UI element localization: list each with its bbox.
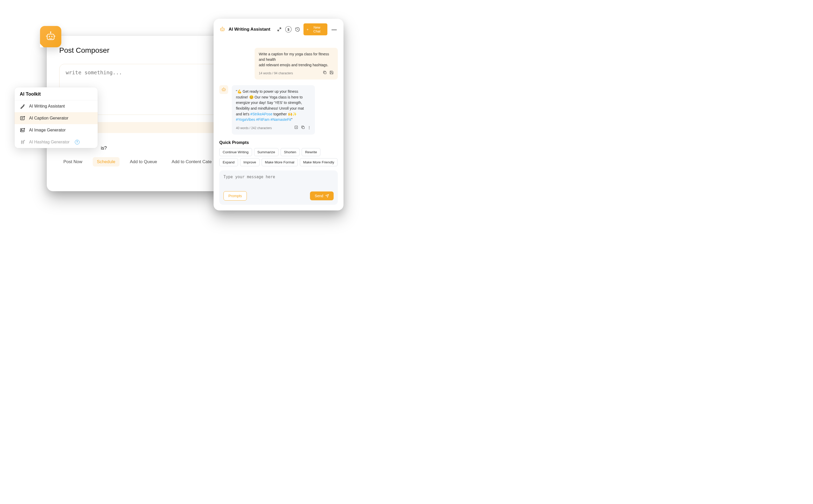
svg-point-18 — [24, 140, 25, 141]
message-input-area: Prompts Send — [219, 170, 338, 205]
hashtag[interactable]: #FitFam — [256, 117, 269, 122]
toolkit-item-label: AI Caption Generator — [29, 116, 68, 121]
image-icon — [20, 127, 25, 133]
robot-icon — [219, 26, 226, 32]
copy-icon[interactable] — [301, 125, 305, 131]
hashtag-icon — [20, 139, 25, 145]
quick-prompt-chip[interactable]: Continue Writing — [219, 148, 252, 156]
svg-rect-21 — [302, 127, 304, 129]
expand-icon[interactable] — [276, 26, 282, 32]
assistant-title: AI Writing Assistant — [229, 27, 270, 32]
history-icon[interactable] — [295, 26, 300, 32]
composer-actions: Post Now Schedule Add to Queue Add to Co… — [59, 157, 221, 167]
ai-robot-badge[interactable] — [40, 26, 61, 47]
robot-icon — [221, 87, 226, 92]
minimize-icon[interactable]: — — [331, 26, 338, 32]
robot-icon — [45, 31, 57, 43]
ai-message-meta: 40 words / 242 characters — [236, 126, 272, 131]
svg-rect-19 — [324, 72, 326, 74]
user-message-line: Write a caption for my yoga class for fi… — [259, 51, 334, 62]
magic-wand-icon — [20, 103, 25, 109]
help-icon[interactable]: ? — [75, 140, 80, 144]
ai-message-row: "💪 Get ready to power up your fitness ro… — [219, 85, 338, 135]
toolkit-item-caption-generator[interactable]: AI Caption Generator — [15, 112, 98, 124]
toolkit-item-label: AI Image Generator — [29, 128, 66, 132]
ai-message-bubble: "💪 Get ready to power up your fitness ro… — [232, 85, 315, 135]
prompts-button[interactable]: Prompts — [223, 191, 247, 201]
plus-icon: + — [307, 28, 309, 31]
save-icon[interactable] — [329, 70, 334, 76]
assistant-header: AI Writing Assistant $ + New Chat — — [219, 23, 338, 35]
copy-icon[interactable] — [323, 70, 327, 76]
toolkit-item-label: AI Hashtag Generator — [29, 140, 70, 144]
toolkit-item-hashtag-generator[interactable]: AI Hashtag Generator ? — [15, 136, 98, 148]
hashtag[interactable]: #NamasteFit — [270, 117, 291, 122]
caption-icon — [20, 115, 25, 121]
user-message-meta: 14 words / 94 characters — [259, 71, 293, 76]
send-label: Send — [315, 194, 323, 198]
quick-prompt-chip[interactable]: Rewrite — [302, 148, 320, 156]
credits-icon[interactable]: $ — [285, 26, 292, 32]
send-icon — [325, 194, 329, 198]
hashtag[interactable]: #YogaVibes — [236, 117, 255, 122]
user-message-line: add relevant emojis and trending hashtag… — [259, 62, 334, 68]
quick-prompt-chip[interactable]: Make More Friendly — [300, 158, 338, 166]
ai-toolkit-popover: AI Toolkit AI Writing Assistant AI Capti… — [15, 87, 98, 148]
svg-point-13 — [24, 128, 25, 129]
post-now-button[interactable]: Post Now — [59, 157, 87, 167]
quick-prompt-chip[interactable]: Summarize — [254, 148, 279, 156]
quick-prompts-chips: Continue Writing Summarize Shorten Rewri… — [219, 148, 338, 166]
toolkit-item-writing-assistant[interactable]: AI Writing Assistant — [15, 100, 98, 112]
ai-message-text: " — [291, 117, 292, 122]
composer-title: Post Composer — [59, 46, 221, 55]
message-input[interactable] — [223, 175, 334, 188]
more-icon[interactable]: ⋮ — [308, 125, 311, 131]
quick-prompt-chip[interactable]: Make More Formal — [262, 158, 298, 166]
quick-prompt-chip[interactable]: Shorten — [281, 148, 300, 156]
user-message-bubble: Write a caption for my yoga class for fi… — [255, 48, 338, 79]
schedule-button[interactable]: Schedule — [93, 157, 120, 167]
new-chat-button[interactable]: + New Chat — [303, 23, 327, 35]
ai-message-text: together 🙌✨ — [272, 112, 296, 116]
svg-line-17 — [23, 140, 24, 144]
quick-prompts-title: Quick Prompts — [219, 140, 338, 145]
hashtag[interactable]: #StrikeAPose — [250, 112, 273, 116]
add-to-category-button[interactable]: Add to Content Cate — [168, 157, 216, 167]
new-chat-label: New Chat — [309, 25, 324, 33]
toolkit-item-image-generator[interactable]: AI Image Generator — [15, 124, 98, 136]
insert-icon[interactable] — [294, 125, 298, 131]
ai-assistant-panel: AI Writing Assistant $ + New Chat — Writ… — [214, 19, 343, 210]
quick-prompt-chip[interactable]: Expand — [219, 158, 238, 166]
add-to-queue-button[interactable]: Add to Queue — [126, 157, 161, 167]
svg-rect-7 — [21, 117, 24, 120]
svg-line-16 — [21, 140, 22, 144]
send-button[interactable]: Send — [310, 191, 334, 200]
toolkit-title: AI Toolkit — [15, 87, 98, 100]
quick-prompts-section: Quick Prompts Continue Writing Summarize… — [219, 140, 338, 166]
quick-prompt-chip[interactable]: Improve — [240, 158, 260, 166]
svg-point-10 — [24, 116, 25, 117]
ai-avatar — [219, 85, 228, 94]
toolkit-item-label: AI Writing Assistant — [29, 104, 65, 109]
